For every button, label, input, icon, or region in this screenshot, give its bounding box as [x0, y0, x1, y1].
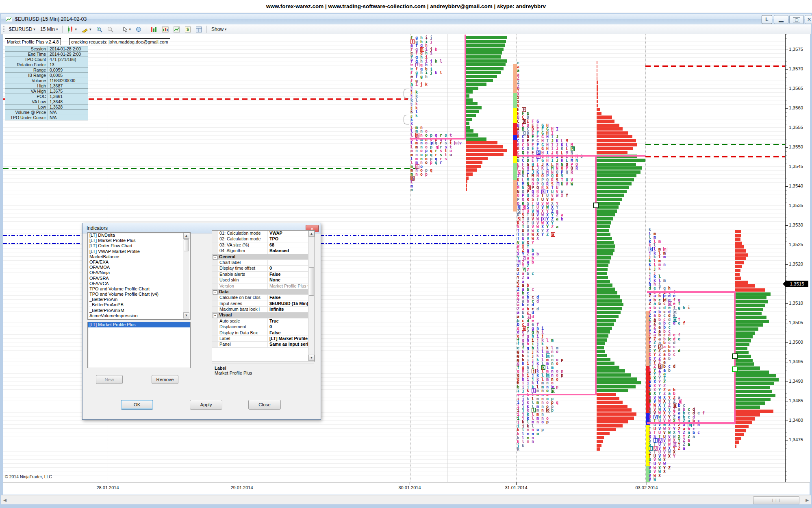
property-row[interactable]: VersionMarket Profile Plus v.2.4: [212, 283, 315, 289]
ok-button[interactable]: OK: [121, 400, 153, 410]
scrollbar-thumb[interactable]: ❘❘❘: [753, 496, 799, 504]
indicator-list-item[interactable]: [LT] Market Profile Plus: [88, 238, 190, 243]
property-value[interactable]: 0: [268, 324, 315, 329]
scroll-right-icon[interactable]: ▶: [804, 496, 810, 504]
property-section-row[interactable]: −Visual: [212, 312, 315, 318]
available-indicators-list[interactable]: [LT] DivDelta[LT] Market Profile Plus[LT…: [87, 232, 191, 320]
indicator-list-item[interactable]: [LT] VWAP Market Profile: [88, 249, 190, 254]
property-row[interactable]: 04: AlgorithmBalanced: [212, 248, 315, 254]
property-row[interactable]: Displacement0: [212, 324, 315, 330]
horizontal-scrollbar[interactable]: ◀ ▶ ❘❘❘: [1, 495, 811, 504]
property-row[interactable]: PanelSame as input series: [212, 342, 315, 347]
property-value[interactable]: False: [268, 272, 315, 277]
property-row[interactable]: Label[LT] Market Profile I: [212, 336, 315, 342]
chart-trader-button[interactable]: [160, 26, 171, 33]
snap-button[interactable]: [133, 26, 144, 33]
selected-indicator-item[interactable]: [LT] Market Profile Plus: [88, 322, 190, 327]
link-button[interactable]: L: [762, 15, 772, 24]
zoom-in-button[interactable]: [94, 26, 105, 33]
property-value[interactable]: Market Profile Plus v.2.4: [268, 283, 315, 289]
interval-selector[interactable]: 15 Min ▾: [38, 26, 61, 33]
property-row[interactable]: Enable alertsFalse: [212, 272, 315, 277]
collapse-icon[interactable]: −: [213, 255, 217, 260]
property-value[interactable]: True: [268, 318, 315, 324]
indicator-list-item[interactable]: MarketBalance: [88, 254, 190, 259]
property-value[interactable]: Balanced: [268, 248, 315, 253]
property-value[interactable]: 68: [268, 242, 315, 248]
property-value[interactable]: [LT] Market Profile I: [268, 336, 315, 341]
property-value[interactable]: 0: [268, 266, 315, 271]
collapse-icon[interactable]: −: [213, 314, 217, 318]
property-grid[interactable]: 01: Calculation modeVWAP02: Calculation …: [212, 230, 315, 362]
indicator-list-item[interactable]: OFA/MOA: [88, 265, 190, 270]
window-titlebar[interactable]: $EURUSD (15 Min) 2014-02-03: [1, 14, 811, 24]
collapse-icon[interactable]: −: [213, 290, 217, 295]
property-section-row[interactable]: −General: [212, 254, 315, 260]
indicator-list-item[interactable]: _BetterProAmSM: [88, 308, 190, 313]
property-grid-scrollbar[interactable]: ▲ ▼: [308, 231, 315, 361]
grid-button[interactable]: [193, 26, 204, 33]
close-button[interactable]: ✕: [805, 15, 812, 24]
property-row[interactable]: Input series$EURUSD (15 Min): [212, 301, 315, 307]
scroll-down-icon[interactable]: ▼: [308, 355, 315, 361]
indicator-list-item[interactable]: AcmeVolumeImpression: [88, 313, 190, 318]
property-row[interactable]: Display in Data BoxFalse: [212, 330, 315, 336]
indicator-list-item[interactable]: OFA/SRA: [88, 276, 190, 281]
draw-tool-button[interactable]: ▾: [79, 26, 94, 33]
selected-indicators-list[interactable]: [LT] Market Profile Plus: [87, 322, 191, 368]
property-value[interactable]: TPO: [268, 236, 315, 242]
show-menu[interactable]: Show ▾: [209, 26, 229, 33]
new-button[interactable]: New: [96, 375, 123, 384]
property-value[interactable]: VWAP: [268, 231, 315, 236]
apply-button[interactable]: Apply: [190, 400, 222, 410]
account-button[interactable]: $: [182, 26, 193, 33]
property-row[interactable]: Maximum bars look lInfinite: [212, 307, 315, 312]
indicator-list-item[interactable]: _BetterProAm: [88, 297, 190, 302]
property-value[interactable]: False: [268, 295, 315, 300]
scroll-up-icon[interactable]: ▲: [183, 233, 189, 239]
property-row[interactable]: Display time offset0: [212, 266, 315, 271]
property-value[interactable]: Same as input series: [268, 342, 315, 347]
instrument-selector[interactable]: $EURUSD ▾: [7, 26, 38, 33]
indicator-list-item[interactable]: TPO and Volume Profile Chart (v4): [88, 292, 190, 297]
restore-button[interactable]: ▢: [789, 15, 804, 24]
scroll-down-icon[interactable]: ▼: [183, 312, 189, 318]
property-value[interactable]: $EURUSD (15 Min): [268, 301, 315, 306]
dialog-close-action-button[interactable]: Close: [248, 400, 281, 410]
indicator-list-item[interactable]: [LT] DivDelta: [88, 233, 190, 238]
property-row[interactable]: Calculate on bar closFalse: [212, 295, 315, 301]
property-value[interactable]: Infinite: [268, 307, 315, 312]
property-row[interactable]: 03: VA size (%)68: [212, 242, 315, 248]
indicator-panel-button[interactable]: [148, 26, 160, 33]
cursor-button[interactable]: ▾: [120, 26, 134, 33]
chart-style-button[interactable]: ▾: [65, 26, 79, 33]
indicator-list-item[interactable]: TPO and Volume Profile Chart: [88, 286, 190, 292]
toolbar-grip[interactable]: [3, 26, 4, 33]
property-row[interactable]: 01: Calculation modeVWAP: [212, 231, 315, 236]
indicator-list-item[interactable]: OFA/VCA: [88, 281, 190, 286]
minimize-button[interactable]: ▬: [774, 15, 788, 24]
time-axis[interactable]: 28.01.201429.01.201430.01.201431.01.2014…: [3, 482, 810, 495]
indicators-dialog[interactable]: Indicators ✕ [LT] DivDelta[LT] Market Pr…: [82, 223, 321, 420]
indicator-list-item[interactable]: OFA/EXA: [88, 259, 190, 265]
property-value[interactable]: [268, 260, 315, 265]
price-axis[interactable]: 1,35751,35701,35651,35601,35551,35501,35…: [785, 34, 810, 482]
scrollbar-thumb[interactable]: [309, 267, 314, 296]
property-row[interactable]: Auto scaleTrue: [212, 318, 315, 324]
property-section-row[interactable]: −Data: [212, 289, 315, 295]
property-row[interactable]: 02: Calculation modeTPO: [212, 236, 315, 242]
indicator-list-item[interactable]: OFA/Ninja: [88, 270, 190, 275]
zoom-out-button[interactable]: [105, 26, 116, 33]
indicator-list-item[interactable]: [LT] Order Flow Chart: [88, 243, 190, 249]
scroll-up-icon[interactable]: ▲: [308, 231, 315, 237]
data-series-button[interactable]: [171, 26, 182, 33]
indicator-list-item[interactable]: _BetterProAmPB: [88, 302, 190, 307]
property-value[interactable]: None: [268, 277, 315, 283]
list-scrollbar[interactable]: ▲ ▼: [183, 233, 189, 318]
scroll-left-icon[interactable]: ◀: [2, 496, 8, 504]
scrollbar-thumb[interactable]: [184, 239, 189, 251]
property-row[interactable]: Chart label: [212, 260, 315, 266]
remove-button[interactable]: Remove: [152, 375, 178, 384]
property-value[interactable]: False: [268, 330, 315, 336]
property-row[interactable]: Used skinNone: [212, 277, 315, 283]
